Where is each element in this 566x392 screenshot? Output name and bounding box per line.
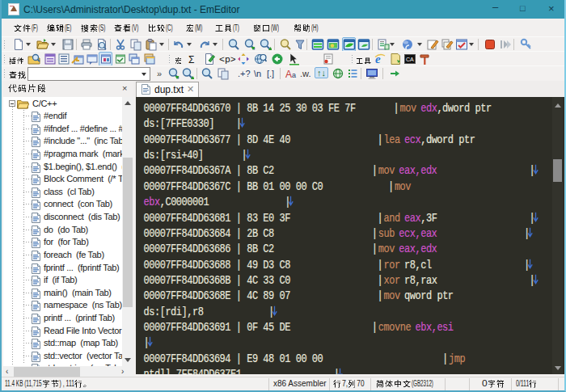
svg-text:(M): (M) (195, 24, 202, 32)
svg-text:(H): (H) (311, 24, 319, 32)
svg-text:(S): (S) (99, 24, 105, 32)
svg-text:70: 70 (357, 380, 365, 388)
svg-text:(GB2312): (GB2312) (412, 380, 433, 388)
svg-text:(E): (E) (65, 24, 71, 32)
svg-text:(F): (F) (32, 24, 38, 32)
svg-text:0: 0 (482, 380, 488, 388)
svg-text:(W): (W) (271, 24, 279, 32)
svg-text:11.4 KB (11,715: 11.4 KB (11,715 (5, 380, 42, 388)
svg-text:(V): (V) (132, 24, 138, 32)
svg-text:(C): (C) (166, 24, 173, 32)
svg-text:7,: 7, (342, 380, 348, 388)
svg-text:(T): (T) (233, 24, 239, 32)
svg-text:CA: CA (406, 57, 414, 62)
svg-text:0/111: 0/111 (516, 380, 530, 388)
svg-text:) , 111: ) , 111 (60, 380, 75, 388)
